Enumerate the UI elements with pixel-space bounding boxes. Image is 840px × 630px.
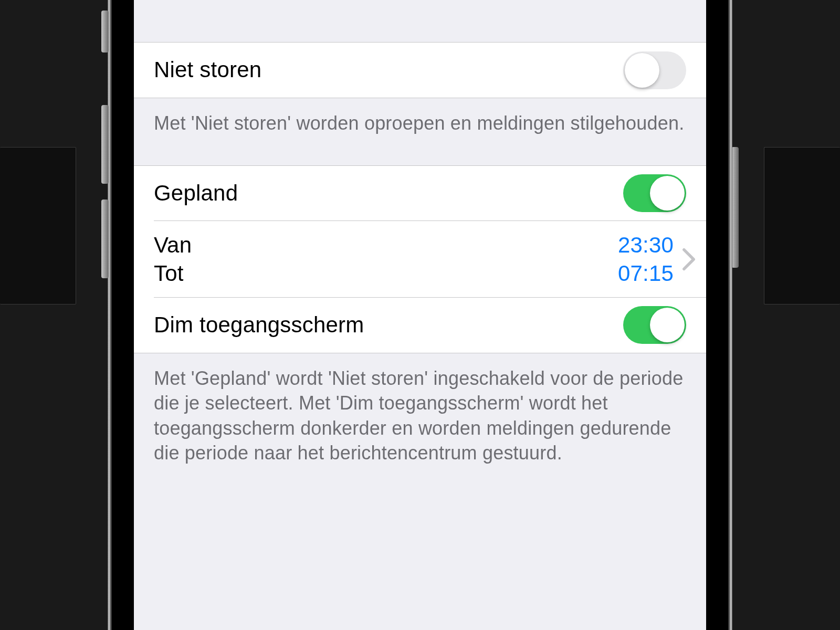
volume-up-button — [101, 105, 109, 184]
phone-bezel: Niet storen Met 'Niet storen' worden opr… — [121, 0, 719, 630]
page-bg-right — [764, 147, 840, 304]
toggle-knob — [650, 176, 685, 211]
row-dim-lock-screen[interactable]: Dim toegangsscherm — [134, 298, 706, 353]
from-time: 23:30 — [618, 233, 674, 258]
spacer — [134, 0, 706, 42]
settings-screen: Niet storen Met 'Niet storen' worden opr… — [134, 0, 706, 630]
phone-frame: Niet storen Met 'Niet storen' worden opr… — [108, 0, 732, 630]
time-values: 23:30 07:15 — [618, 233, 682, 286]
to-label: Tot — [154, 261, 618, 286]
row-schedule-time[interactable]: Van Tot 23:30 07:15 — [134, 221, 706, 298]
volume-down-button — [101, 200, 109, 278]
to-time: 07:15 — [618, 261, 674, 286]
toggle-knob — [625, 53, 659, 88]
chevron-right-icon — [682, 248, 696, 271]
do-not-disturb-toggle[interactable] — [623, 51, 686, 89]
row-label: Niet storen — [154, 56, 623, 84]
time-labels: Van Tot — [154, 233, 618, 286]
mute-switch — [101, 10, 109, 52]
row-label: Dim toegangsscherm — [154, 311, 623, 339]
toggle-knob — [650, 308, 685, 342]
dim-lock-screen-toggle[interactable] — [623, 306, 686, 344]
row-scheduled[interactable]: Gepland — [134, 166, 706, 221]
group-scheduled: Gepland Van Tot 23:30 07:15 — [134, 165, 706, 353]
power-button — [731, 147, 739, 268]
from-label: Van — [154, 233, 618, 258]
page-bg-left — [0, 147, 76, 304]
scheduled-description: Met 'Gepland' wordt 'Niet storen' ingesc… — [134, 353, 706, 487]
row-label: Gepland — [154, 180, 623, 207]
row-do-not-disturb[interactable]: Niet storen — [134, 43, 706, 98]
do-not-disturb-description: Met 'Niet storen' worden oproepen en mel… — [134, 98, 706, 165]
scheduled-toggle[interactable] — [623, 174, 686, 212]
group-do-not-disturb: Niet storen — [134, 42, 706, 98]
